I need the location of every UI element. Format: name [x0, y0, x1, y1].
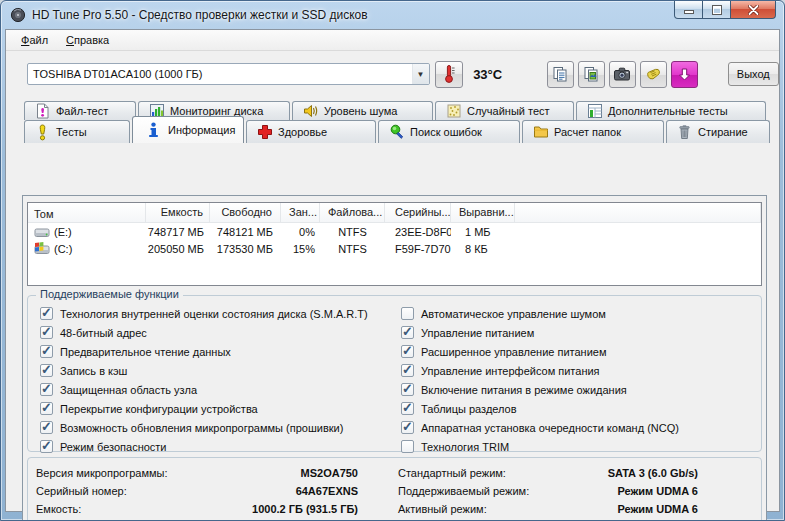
- checkbox-icon[interactable]: [401, 345, 414, 358]
- close-button[interactable]: [731, 1, 776, 19]
- tab-tests[interactable]: Тесты: [24, 120, 130, 143]
- checkbox-icon[interactable]: [401, 364, 414, 377]
- tab-health[interactable]: Здоровье: [246, 120, 376, 143]
- checkbox-icon[interactable]: [401, 326, 414, 339]
- detail-capacity: Емкость:1000.2 ГБ (931.5 ГБ): [36, 500, 358, 518]
- checkbox-icon[interactable]: [401, 307, 414, 320]
- tab-label: Расчет папок: [554, 126, 621, 138]
- exit-button[interactable]: Выход: [728, 62, 779, 86]
- maximize-icon: [712, 5, 722, 15]
- column-header-free[interactable]: Свободно: [210, 203, 281, 222]
- feature-power-management[interactable]: Управление питанием: [401, 323, 761, 342]
- copy-image-button[interactable]: [578, 61, 605, 88]
- tab-label: Здоровье: [278, 126, 327, 138]
- checkbox-icon[interactable]: [40, 440, 53, 453]
- minimize-icon: [684, 5, 694, 14]
- feature-apm[interactable]: Расширенное управление питанием: [401, 342, 761, 361]
- tab-label: Стирание: [698, 126, 748, 138]
- folder-usage-icon: [533, 124, 549, 140]
- column-header-serial[interactable]: Серийны...: [385, 203, 451, 222]
- feature-power-up-standby[interactable]: Включение питания в режиме ожидания: [401, 380, 761, 399]
- copy-text-button[interactable]: [547, 61, 574, 88]
- menu-file[interactable]: Файл: [12, 31, 57, 49]
- download-button[interactable]: [671, 61, 698, 88]
- detail-standard-mode: Стандартный режим:SATA 3 (6.0 Gb/s): [398, 464, 698, 482]
- temperature-button[interactable]: [435, 61, 464, 88]
- tab-random-test[interactable]: Случайный тест: [435, 101, 574, 120]
- volumes-table: Том Емкость Свободно Зан... Файлова... С…: [27, 202, 762, 286]
- tab-erase[interactable]: Стирание: [666, 120, 770, 143]
- detail-serial: Серийный номер:64A67EXNS: [36, 482, 358, 500]
- feature-dco[interactable]: Перекрытие конфигурации устройства: [40, 399, 401, 418]
- checkbox-icon[interactable]: [40, 326, 53, 339]
- feature-trim[interactable]: Технология TRIM: [401, 437, 761, 456]
- menu-help[interactable]: Справка: [57, 31, 118, 49]
- checkbox-icon[interactable]: [40, 402, 53, 415]
- information-tab-panel: Том Емкость Свободно Зан... Файлова... С…: [22, 195, 767, 521]
- error-scan-icon: [389, 124, 405, 140]
- chevron-down-icon[interactable]: ▼: [412, 64, 429, 84]
- file-test-icon: [35, 103, 51, 119]
- save-html-button[interactable]: [640, 61, 667, 88]
- checkbox-icon[interactable]: [401, 383, 414, 396]
- screenshot-button[interactable]: [609, 61, 636, 88]
- table-row-drive-c[interactable]: (C:) 205050 МБ 173530 МБ 15% NTFS F59F-7…: [28, 240, 761, 257]
- checkbox-icon[interactable]: [40, 307, 53, 320]
- tests-icon: [35, 124, 51, 140]
- feature-smart[interactable]: Технология внутренней оценки состояния д…: [40, 304, 401, 323]
- feature-write-cache[interactable]: Запись в кэш: [40, 361, 401, 380]
- feature-interface-pm[interactable]: Управление интерфейсом питания: [401, 361, 761, 380]
- table-row-drive-e[interactable]: (E:) 748717 МБ 748121 МБ 0% NTFS 23EE-D8…: [28, 223, 761, 240]
- column-header-capacity[interactable]: Емкость: [146, 203, 210, 222]
- tab-noise-level[interactable]: Уровень шума: [292, 101, 433, 120]
- camera-icon: [613, 66, 631, 82]
- features-right-column: Автоматическое управление шумом Управлен…: [401, 304, 761, 456]
- column-header-alignment[interactable]: Выравни...: [451, 203, 515, 222]
- minimize-button[interactable]: [674, 1, 703, 19]
- feature-read-ahead[interactable]: Предварительное чтение данных: [40, 342, 401, 361]
- copy-text-icon: [552, 66, 569, 83]
- extra-tests-icon: [587, 103, 603, 119]
- app-window: HD Tune Pro 5.50 - Средство проверки жес…: [0, 0, 785, 521]
- features-left-column: Технология внутренней оценки состояния д…: [40, 304, 401, 456]
- tab-folder-usage[interactable]: Расчет папок: [522, 120, 664, 143]
- checkbox-icon[interactable]: [40, 345, 53, 358]
- toolbar-buttons: [543, 61, 698, 88]
- tab-label: Дополнительные тесты: [608, 105, 728, 117]
- column-header-filesystem[interactable]: Файлова...: [320, 203, 385, 222]
- maximize-button[interactable]: [703, 1, 731, 19]
- checkbox-icon[interactable]: [40, 383, 53, 396]
- hand-icon: [645, 66, 662, 83]
- tab-file-test[interactable]: Файл-тест: [24, 101, 136, 120]
- tab-label: Поиск ошибок: [410, 126, 482, 138]
- download-icon: [677, 67, 692, 82]
- checkbox-icon[interactable]: [40, 421, 53, 434]
- drive-selector[interactable]: TOSHIBA DT01ACA100 (1000 ГБ) ▼: [27, 63, 430, 85]
- feature-aam[interactable]: Автоматическое управление шумом: [401, 304, 761, 323]
- feature-security-mode[interactable]: Режим безопасности: [40, 437, 401, 456]
- checkbox-icon[interactable]: [401, 402, 414, 415]
- noise-level-icon: [303, 103, 319, 119]
- title-bar[interactable]: HD Tune Pro 5.50 - Средство проверки жес…: [1, 1, 784, 29]
- thermometer-icon: [441, 64, 457, 84]
- checkbox-icon[interactable]: [401, 440, 414, 453]
- tab-extra-tests[interactable]: Дополнительные тесты: [576, 101, 766, 120]
- tab-error-scan[interactable]: Поиск ошибок: [378, 120, 520, 143]
- checkbox-icon[interactable]: [40, 364, 53, 377]
- feature-firmware-upgrade[interactable]: Возможность обновления микропрограммы (п…: [40, 418, 401, 437]
- feature-ncq[interactable]: Аппаратная установка очередности команд …: [401, 418, 761, 437]
- client-area: Файл Справка TOSHIBA DT01ACA100 (1000 ГБ…: [5, 29, 780, 512]
- drive-details-group: Версия микропрограммы:MS2OA750 Серийный …: [27, 457, 762, 521]
- feature-hpa[interactable]: Защищенная область узла: [40, 380, 401, 399]
- group-title: Поддерживаемые функции: [36, 288, 183, 300]
- tab-label: Уровень шума: [324, 105, 397, 117]
- volumes-table-header: Том Емкость Свободно Зан... Файлова... С…: [28, 203, 761, 223]
- column-header-volume[interactable]: Том: [28, 203, 146, 222]
- feature-partition-tables[interactable]: Таблицы разделов: [401, 399, 761, 418]
- feature-48bit[interactable]: 48-битный адрес: [40, 323, 401, 342]
- column-header-usage[interactable]: Зан...: [281, 203, 320, 222]
- copy-image-icon: [583, 66, 600, 83]
- tab-information[interactable]: Информация: [132, 116, 244, 143]
- tab-label: Случайный тест: [467, 105, 550, 117]
- checkbox-icon[interactable]: [401, 421, 414, 434]
